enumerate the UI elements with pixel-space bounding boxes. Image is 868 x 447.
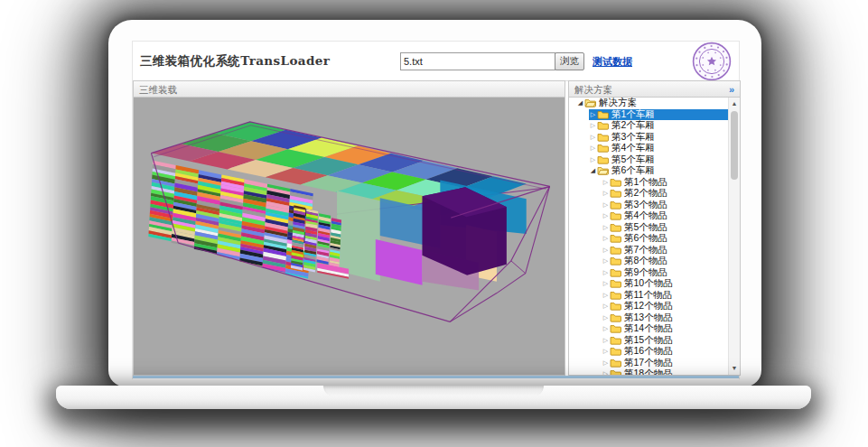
tree-item-carriage[interactable]: ▷第4个车厢 xyxy=(589,143,728,154)
expand-node-icon[interactable]: ▷ xyxy=(602,312,610,324)
tree-item-cargo[interactable]: ▷第12个物品 xyxy=(602,301,728,312)
laptop-notch xyxy=(323,386,544,396)
tree-item-cargo[interactable]: ▷第16个物品 xyxy=(602,346,728,358)
laptop-screen: 三维装箱优化系统TransLoader 浏览 测试数据 三维装载 解决方 xyxy=(108,20,761,386)
expand-node-icon[interactable]: ▷ xyxy=(602,233,610,245)
folder-icon xyxy=(610,368,621,375)
folder-icon xyxy=(597,165,609,175)
tree-item-cargo[interactable]: ▷第11个物品 xyxy=(602,290,728,302)
browse-button[interactable]: 浏览 xyxy=(555,52,584,70)
tree-item-cargo[interactable]: ▷第18个物品 xyxy=(602,368,728,375)
scroll-up-icon[interactable]: ▲ xyxy=(729,98,740,109)
folder-icon xyxy=(597,109,609,119)
expand-node-icon[interactable]: ▷ xyxy=(602,358,610,369)
tree-item-cargo[interactable]: ▷第2个物品 xyxy=(602,188,728,200)
page-title: 三维装箱优化系统TransLoader xyxy=(140,53,330,70)
tree-item-cargo[interactable]: ▷第17个物品 xyxy=(602,358,728,369)
folder-icon xyxy=(610,222,621,232)
tree-item-carriage[interactable]: ▷第3个车厢 xyxy=(589,132,728,144)
folder-icon xyxy=(610,335,621,345)
expand-node-icon[interactable]: ▷ xyxy=(589,154,597,166)
folder-icon xyxy=(610,210,621,220)
folder-icon xyxy=(597,132,609,142)
folder-icon xyxy=(610,256,621,265)
app-header: 三维装箱优化系统TransLoader 浏览 测试数据 xyxy=(133,42,739,81)
tree-item-cargo[interactable]: ▷第6个物品 xyxy=(602,233,728,245)
scroll-down-icon[interactable]: ▼ xyxy=(729,363,740,374)
tree-item-cargo[interactable]: ▷第5个物品 xyxy=(602,222,728,234)
panel-3d-header: 三维装载 xyxy=(134,81,565,98)
folder-icon xyxy=(584,98,596,107)
app-window: 三维装箱优化系统TransLoader 浏览 测试数据 三维装载 解决方 xyxy=(132,41,740,379)
tree-item-cargo[interactable]: ▷第13个物品 xyxy=(602,312,728,324)
expand-node-icon[interactable]: ▷ xyxy=(602,245,610,256)
folder-icon xyxy=(610,346,621,356)
expand-node-icon[interactable]: ▷ xyxy=(602,301,610,312)
expand-node-icon[interactable]: ▷ xyxy=(589,109,597,121)
solution-tree: ◢解决方案▷第1个车厢▷第2个车厢▷第3个车厢▷第4个车厢▷第5个车厢◢第6个车… xyxy=(569,98,728,375)
panel-3d-loading: 三维装载 xyxy=(133,80,565,376)
panel-solution-header: 解决方案 » xyxy=(569,81,740,98)
expand-node-icon[interactable]: ▷ xyxy=(589,143,597,154)
folder-icon xyxy=(610,177,621,187)
expand-node-icon[interactable]: ▷ xyxy=(602,323,610,335)
panel-solution: 解决方案 » ◢解决方案▷第1个车厢▷第2个车厢▷第3个车厢▷第4个车厢▷第5个… xyxy=(568,80,741,376)
test-data-link[interactable]: 测试数据 xyxy=(593,55,632,69)
folder-icon xyxy=(610,358,621,368)
expand-node-icon[interactable]: ▷ xyxy=(589,120,597,132)
folder-icon xyxy=(610,188,621,198)
tree-item-cargo[interactable]: ▷第1个物品 xyxy=(602,177,728,189)
panel-solution-title: 解决方案 xyxy=(574,84,612,95)
expand-node-icon[interactable]: ▷ xyxy=(602,200,610,211)
horizontal-scrollbar[interactable] xyxy=(133,376,739,378)
laptop-mockup: 三维装箱优化系统TransLoader 浏览 测试数据 三维装载 解决方 xyxy=(0,0,868,447)
tree-item-cargo[interactable]: ▷第9个物品 xyxy=(602,267,728,279)
expand-node-icon[interactable]: ▷ xyxy=(602,188,610,200)
file-path-input[interactable] xyxy=(400,52,555,70)
folder-icon xyxy=(610,323,621,333)
expand-node-icon[interactable]: ▷ xyxy=(602,346,610,358)
folder-icon xyxy=(597,143,609,153)
file-open-group: 浏览 测试数据 xyxy=(400,52,632,70)
tree-item-carriage[interactable]: ◢第6个车厢 xyxy=(589,165,728,177)
expand-node-icon[interactable]: ▷ xyxy=(602,278,610,290)
collapse-node-icon[interactable]: ◢ xyxy=(576,98,584,109)
tree-item-cargo[interactable]: ▷第4个物品 xyxy=(602,210,728,222)
tree-item-label: 第18个物品 xyxy=(624,368,673,375)
expand-node-icon[interactable]: ▷ xyxy=(589,132,597,144)
folder-icon xyxy=(610,245,621,255)
tree-item-carriage[interactable]: ▷第5个车厢 xyxy=(589,154,728,166)
folder-icon xyxy=(597,154,609,164)
tree-item-carriage[interactable]: ▷第2个车厢 xyxy=(589,120,728,132)
laptop-base xyxy=(56,386,811,409)
expand-node-icon[interactable]: ▷ xyxy=(602,177,610,189)
folder-icon xyxy=(610,290,621,300)
tree-item-root[interactable]: ◢解决方案 xyxy=(576,98,728,109)
folder-icon xyxy=(610,233,621,243)
expand-node-icon[interactable]: ▷ xyxy=(602,210,610,222)
folder-icon xyxy=(610,267,621,277)
collapse-node-icon[interactable]: ◢ xyxy=(589,165,597,177)
university-seal-logo xyxy=(692,42,732,81)
expand-node-icon[interactable]: ▷ xyxy=(602,222,610,234)
tree-item-cargo[interactable]: ▷第15个物品 xyxy=(602,335,728,347)
folder-icon xyxy=(610,278,621,288)
expand-node-icon[interactable]: ▷ xyxy=(602,368,610,375)
expand-node-icon[interactable]: ▷ xyxy=(602,335,610,347)
tree-item-cargo[interactable]: ▷第8个物品 xyxy=(602,256,728,267)
expand-node-icon[interactable]: ▷ xyxy=(602,290,610,302)
panel-3d-title: 三维装载 xyxy=(139,84,177,95)
scrollbar-thumb[interactable] xyxy=(731,111,738,180)
tree-scrollbar[interactable]: ▲ ▼ xyxy=(728,98,740,375)
folder-icon xyxy=(610,301,621,311)
expand-node-icon[interactable]: ▷ xyxy=(602,267,610,279)
3d-viewport[interactable] xyxy=(134,98,565,375)
folder-icon xyxy=(610,200,621,210)
collapse-panel-icon[interactable]: » xyxy=(729,81,734,98)
tree-item-carriage[interactable]: ▷第1个车厢 xyxy=(589,109,728,121)
expand-node-icon[interactable]: ▷ xyxy=(602,256,610,267)
tree-item-cargo[interactable]: ▷第14个物品 xyxy=(602,323,728,335)
tree-item-cargo[interactable]: ▷第10个物品 xyxy=(602,278,728,290)
tree-item-cargo[interactable]: ▷第7个物品 xyxy=(602,245,728,256)
tree-item-cargo[interactable]: ▷第3个物品 xyxy=(602,200,728,211)
